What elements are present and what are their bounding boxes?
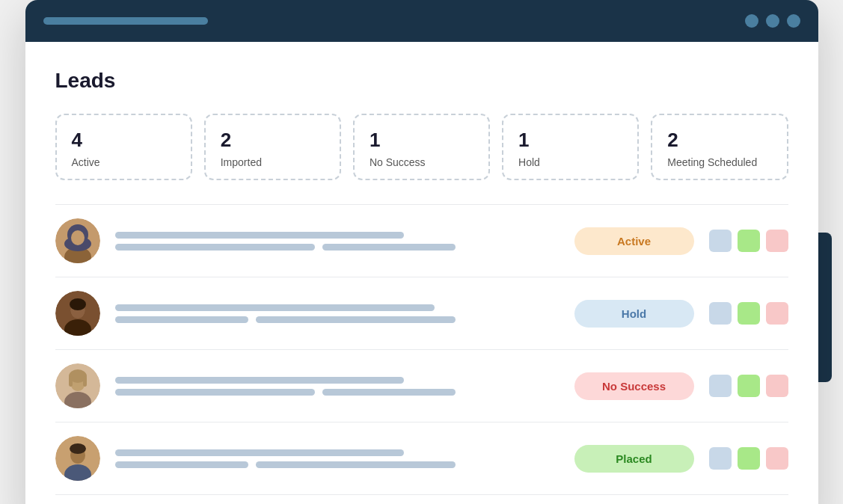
delete-button[interactable] bbox=[766, 375, 788, 397]
avatar bbox=[55, 363, 100, 408]
titlebar bbox=[25, 0, 818, 42]
leads-list: Active bbox=[55, 204, 788, 495]
stat-card-imported: 2 Imported bbox=[204, 114, 341, 180]
action-buttons bbox=[709, 447, 788, 470]
edit-button[interactable] bbox=[738, 375, 760, 397]
stats-row: 4 Active 2 Imported 1 No Success 1 Hold … bbox=[55, 114, 788, 180]
view-button[interactable] bbox=[709, 302, 732, 325]
delete-button[interactable] bbox=[766, 230, 788, 252]
view-button[interactable] bbox=[709, 375, 732, 397]
view-button[interactable] bbox=[709, 447, 732, 470]
titlebar-dot-1 bbox=[745, 14, 758, 28]
stat-label-imported: Imported bbox=[221, 156, 325, 168]
titlebar-controls bbox=[745, 14, 800, 28]
avatar bbox=[55, 218, 100, 263]
delete-button[interactable] bbox=[766, 447, 788, 470]
action-buttons bbox=[709, 302, 788, 325]
svg-point-10 bbox=[70, 298, 86, 310]
delete-button[interactable] bbox=[766, 302, 788, 325]
info-line bbox=[322, 244, 456, 251]
page-title: Leads bbox=[55, 69, 788, 93]
status-badge[interactable]: Hold bbox=[574, 300, 694, 328]
lead-info bbox=[115, 377, 560, 396]
avatar bbox=[55, 291, 100, 336]
avatar bbox=[55, 436, 100, 481]
status-badge[interactable]: Active bbox=[574, 227, 694, 255]
status-badge[interactable]: No Success bbox=[574, 372, 694, 400]
action-buttons bbox=[709, 230, 788, 252]
stat-card-hold: 1 Hold bbox=[502, 114, 639, 180]
stat-label-active: Active bbox=[72, 156, 176, 168]
lead-info bbox=[115, 449, 560, 468]
action-buttons bbox=[709, 375, 788, 397]
stat-number-active: 4 bbox=[72, 129, 176, 152]
edit-button[interactable] bbox=[738, 230, 760, 252]
main-content: Leads 4 Active 2 Imported 1 No Success 1… bbox=[25, 42, 818, 504]
stat-label-meeting-scheduled: Meeting Scheduled bbox=[667, 156, 771, 168]
view-button[interactable] bbox=[709, 230, 732, 252]
info-line bbox=[115, 316, 248, 323]
stat-number-imported: 2 bbox=[221, 129, 325, 152]
stat-card-meeting-scheduled: 2 Meeting Scheduled bbox=[651, 114, 788, 180]
info-line bbox=[115, 377, 404, 384]
lead-info bbox=[115, 232, 560, 251]
info-line bbox=[322, 389, 456, 396]
stat-label-hold: Hold bbox=[518, 156, 622, 168]
info-line bbox=[256, 461, 456, 468]
titlebar-dot-3 bbox=[787, 14, 800, 28]
edit-button[interactable] bbox=[738, 447, 760, 470]
info-line bbox=[256, 316, 456, 323]
info-line bbox=[115, 232, 404, 239]
lead-info bbox=[115, 304, 560, 323]
svg-rect-15 bbox=[69, 376, 73, 387]
lead-row: Active bbox=[55, 205, 788, 277]
stat-card-active: 4 Active bbox=[55, 114, 192, 180]
info-line bbox=[115, 244, 315, 251]
titlebar-dot-2 bbox=[766, 14, 779, 28]
svg-point-5 bbox=[71, 230, 85, 245]
stat-number-meeting-scheduled: 2 bbox=[667, 129, 771, 152]
svg-point-20 bbox=[70, 443, 86, 454]
status-badge[interactable]: Placed bbox=[574, 445, 694, 473]
stat-label-nosuccess: No Success bbox=[370, 156, 473, 168]
stat-card-nosuccess: 1 No Success bbox=[353, 114, 490, 180]
info-line bbox=[115, 449, 404, 456]
stat-number-hold: 1 bbox=[518, 129, 622, 152]
stat-number-nosuccess: 1 bbox=[370, 129, 473, 152]
lead-row: Placed bbox=[55, 422, 788, 495]
info-line bbox=[115, 304, 435, 311]
svg-rect-16 bbox=[83, 376, 87, 387]
lead-row: Hold bbox=[55, 277, 788, 350]
lead-row: No Success bbox=[55, 350, 788, 422]
info-line bbox=[115, 389, 315, 396]
info-line bbox=[115, 461, 248, 468]
titlebar-address-bar bbox=[43, 17, 208, 25]
edit-button[interactable] bbox=[738, 302, 760, 325]
